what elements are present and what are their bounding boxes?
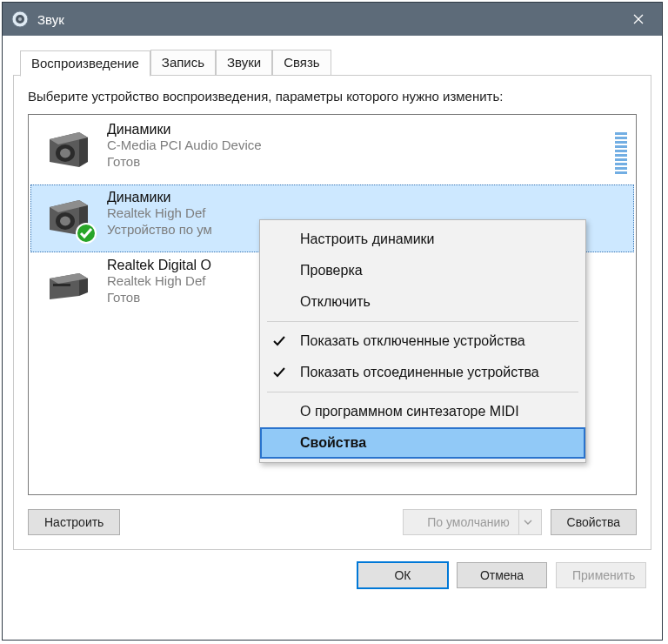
svg-point-14 xyxy=(60,217,70,226)
context-menu-separator xyxy=(267,321,578,322)
window-frame: Звук Воспроизведение Запись Звуки Связь … xyxy=(2,2,663,641)
configure-button[interactable]: Настроить xyxy=(28,509,120,535)
tab-label: Воспроизведение xyxy=(31,56,139,70)
dialog-button-row: ОК Отмена Применить xyxy=(13,550,651,594)
tab-label: Звуки xyxy=(227,55,261,70)
properties-button[interactable]: Свойства xyxy=(551,509,637,535)
apply-button[interactable]: Применить xyxy=(556,562,646,588)
svg-point-9 xyxy=(60,149,70,158)
ctx-show-disconnected[interactable]: Показать отсоединенные устройства xyxy=(260,357,585,388)
ok-button[interactable]: ОК xyxy=(357,562,448,588)
default-check-icon xyxy=(76,223,97,244)
device-name: Динамики xyxy=(107,190,629,205)
ctx-show-disabled[interactable]: Показать отключенные устройства xyxy=(260,325,585,357)
device-name: Динамики xyxy=(107,122,629,138)
context-menu-separator xyxy=(267,392,578,392)
set-default-dropdown[interactable]: По умолчанию xyxy=(403,509,542,535)
ctx-disable[interactable]: Отключить xyxy=(260,286,585,318)
speaker-icon xyxy=(44,191,91,238)
close-button[interactable] xyxy=(618,3,658,35)
chevron-down-icon xyxy=(518,510,538,534)
tab-communications[interactable]: Связь xyxy=(272,50,331,76)
tab-recording[interactable]: Запись xyxy=(150,50,216,76)
ctx-configure-speakers[interactable]: Настроить динамики xyxy=(260,224,585,255)
tab-playback[interactable]: Воспроизведение xyxy=(20,50,150,77)
ctx-properties[interactable]: Свойства xyxy=(260,427,585,459)
speaker-icon xyxy=(44,124,91,171)
tab-label: Связь xyxy=(284,55,319,70)
svg-rect-19 xyxy=(53,284,70,286)
panel-button-row: Настроить По умолчанию Свойства xyxy=(28,509,637,535)
titlebar[interactable]: Звук xyxy=(3,3,662,36)
level-meter xyxy=(615,124,627,174)
set-default-label: По умолчанию xyxy=(419,515,518,529)
checkmark-icon xyxy=(272,334,286,348)
checkmark-icon xyxy=(272,366,286,379)
sound-icon xyxy=(11,10,29,28)
tabstrip: Воспроизведение Запись Звуки Связь xyxy=(13,36,651,76)
tab-label: Запись xyxy=(162,55,204,70)
device-status: Готов xyxy=(107,154,629,169)
digital-output-icon xyxy=(44,259,91,306)
device-row[interactable]: Динамики C-Media PCI Audio Device Готов xyxy=(30,117,634,184)
context-menu[interactable]: Настроить динамики Проверка Отключить По… xyxy=(259,219,586,463)
ctx-about-midi[interactable]: О программном синтезаторе MIDI xyxy=(260,396,585,427)
tab-sounds[interactable]: Звуки xyxy=(216,50,272,76)
device-description: C-Media PCI Audio Device xyxy=(107,138,629,154)
svg-point-2 xyxy=(18,17,22,21)
window-title: Звук xyxy=(37,12,64,27)
close-icon xyxy=(633,14,644,24)
instruction-text: Выберите устройство воспроизведения, пар… xyxy=(28,88,637,105)
cancel-button[interactable]: Отмена xyxy=(457,562,547,588)
ctx-test[interactable]: Проверка xyxy=(260,255,585,286)
